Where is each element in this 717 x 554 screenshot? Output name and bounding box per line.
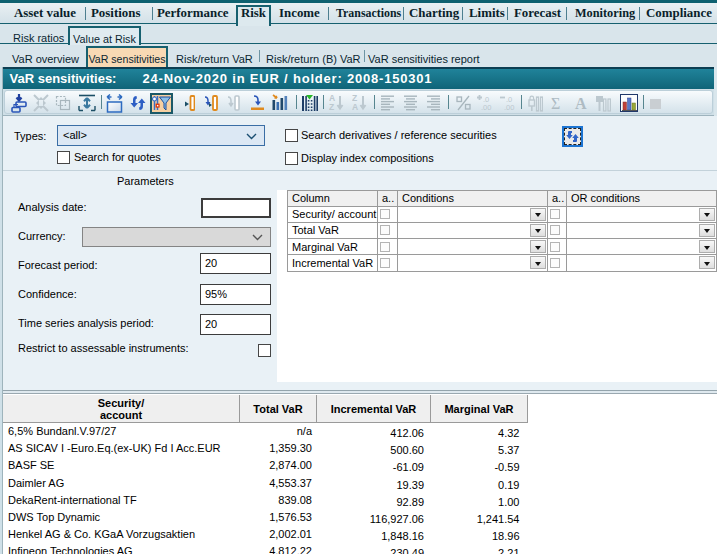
svg-text:A: A	[575, 95, 587, 112]
svg-text:A: A	[352, 102, 358, 112]
svg-text:Z: Z	[329, 102, 334, 112]
svg-text:Σ: Σ	[551, 95, 560, 112]
svg-text:.00: .00	[504, 103, 514, 112]
svg-text:.00: .00	[481, 103, 491, 112]
